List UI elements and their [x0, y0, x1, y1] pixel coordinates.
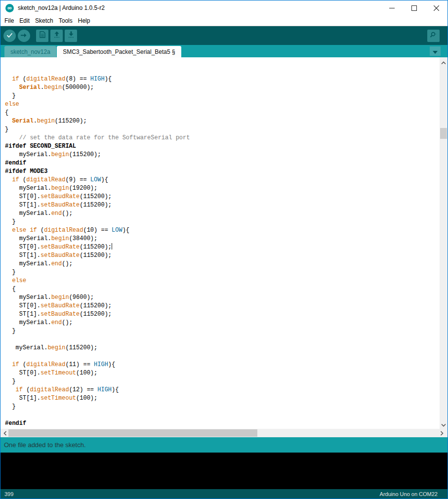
code-line: mySerial.begin(38400); [5, 235, 440, 243]
board-port-indicator: Arduino Uno on COM22 [380, 491, 438, 497]
open-button[interactable] [50, 30, 63, 42]
close-button[interactable] [425, 0, 448, 15]
code-line: ST[1].setBaudRate(115200); [5, 310, 440, 319]
magnifier-icon [430, 31, 437, 41]
code-line: mySerial.begin(115200); [5, 344, 440, 352]
menu-help[interactable]: Help [78, 17, 95, 24]
code-line: ST[1].setBaudRate(115200); [5, 201, 440, 209]
code-line: #ifdef MODE3 [5, 167, 440, 176]
menu-sketch[interactable]: Sketch [35, 17, 58, 24]
tab-label: SMC3_Sabertooth_Packet_Serial_Beta5 § [63, 48, 175, 55]
title-bar: ∞ sketch_nov12a | Arduino 1.0.5-r2 [0, 0, 448, 15]
close-icon [434, 5, 439, 11]
new-sketch-button[interactable] [36, 30, 48, 42]
code-line: mySerial.end(); [5, 209, 440, 218]
arrow-up-icon [54, 31, 60, 40]
horizontal-scroll-thumb[interactable] [8, 429, 257, 437]
chevron-left-icon [3, 429, 6, 438]
verify-button[interactable] [3, 30, 16, 42]
scroll-up-button[interactable] [440, 58, 448, 65]
code-line: } [5, 125, 440, 134]
minimize-button[interactable] [381, 0, 403, 15]
menu-tools[interactable]: Tools [59, 17, 77, 24]
code-line: mySerial.begin(9600); [5, 293, 440, 302]
scroll-left-button[interactable] [1, 429, 8, 437]
code-line: } [5, 377, 440, 386]
code-line [5, 411, 440, 419]
code-line: mySerial.begin(115200); [5, 151, 440, 159]
code-lines: if (digitalRead(8) == HIGH){ Serial.begi… [5, 75, 440, 429]
vertical-scroll-thumb[interactable] [440, 128, 447, 139]
code-line: #endif [5, 159, 440, 167]
scroll-right-button[interactable] [439, 429, 446, 437]
arrow-down-icon [68, 31, 74, 40]
footer-bar: 399 Arduino Uno on COM22 [0, 489, 448, 499]
maximize-button[interactable] [403, 0, 425, 15]
code-line: ST[0].setBaudRate(115200); [5, 193, 440, 201]
code-line: // set the data rate for the SoftwareSer… [5, 134, 440, 142]
tab-smc3-sabertooth[interactable]: SMC3_Sabertooth_Packet_Serial_Beta5 § [57, 46, 181, 57]
code-line: if (digitalRead(12) == HIGH){ [5, 386, 440, 394]
chevron-down-icon [441, 420, 446, 429]
code-line: } [5, 403, 440, 411]
code-line: mySerial.begin(19200); [5, 184, 440, 193]
editor-row: if (digitalRead(8) == HIGH){ Serial.begi… [0, 57, 448, 429]
code-line: else [5, 100, 440, 109]
window-title: sketch_nov12a | Arduino 1.0.5-r2 [18, 4, 105, 11]
check-icon [6, 31, 13, 40]
code-line: } [5, 268, 440, 277]
code-line: mySerial.end(); [5, 260, 440, 268]
code-line: ST[1].setBaudRate(115200); [5, 251, 440, 260]
code-line: ST[0].setBaudRate(115200); [5, 243, 440, 251]
code-line: #ifdef SECOND_SERIAL [5, 142, 440, 151]
code-line: Serial.begin(115200); [5, 117, 440, 125]
status-bar: One file added to the sketch. [0, 437, 448, 453]
serial-monitor-button[interactable] [427, 30, 440, 42]
window-controls [381, 0, 448, 15]
code-line: { [5, 109, 440, 117]
code-line: ST[0].setBaudRate(115200); [5, 302, 440, 310]
code-line: if (digitalRead(8) == HIGH){ [5, 75, 440, 83]
save-button[interactable] [65, 30, 77, 42]
code-line: else if (digitalRead(10) == LOW){ [5, 226, 440, 235]
document-icon [40, 31, 45, 40]
code-line: ST[0].setTimeout(100); [5, 369, 440, 377]
tab-bar: sketch_nov12a SMC3_Sabertooth_Packet_Ser… [0, 45, 448, 57]
code-line: #endif [5, 419, 440, 428]
code-line: } [5, 92, 440, 100]
code-line: ST[1].setTimeout(100); [5, 394, 440, 403]
arrow-right-icon [21, 31, 27, 40]
tab-label: sketch_nov12a [10, 48, 50, 55]
status-message: One file added to the sketch. [4, 441, 86, 449]
code-line: } [5, 218, 440, 226]
code-line [5, 352, 440, 361]
code-editor[interactable]: if (digitalRead(8) == HIGH){ Serial.begi… [0, 57, 440, 429]
vertical-scrollbar[interactable] [440, 57, 448, 429]
upload-button[interactable] [18, 30, 30, 42]
code-line: { [5, 285, 440, 293]
code-line: } [5, 327, 440, 335]
menu-edit[interactable]: Edit [19, 17, 34, 24]
line-number-indicator: 399 [4, 491, 13, 497]
code-line: if (digitalRead(9) == LOW){ [5, 176, 440, 184]
toolbar [0, 26, 448, 45]
text-caret [112, 243, 112, 250]
code-line: else [5, 277, 440, 285]
chevron-right-icon [441, 429, 444, 438]
minimize-icon [389, 5, 395, 11]
console-output [0, 453, 448, 489]
code-line: mySerial.end(); [5, 319, 440, 327]
horizontal-scrollbar[interactable] [0, 429, 448, 437]
chevron-down-icon [433, 47, 438, 56]
tab-sketch-nov12a[interactable]: sketch_nov12a [4, 46, 56, 57]
menu-bar: File Edit Sketch Tools Help [0, 15, 448, 26]
code-line [5, 335, 440, 344]
menu-file[interactable]: File [4, 17, 18, 24]
code-line: if (digitalRead(11) == HIGH){ [5, 361, 440, 369]
code-line: Serial.begin(500000); [5, 83, 440, 92]
maximize-icon [411, 5, 417, 11]
tab-dropdown-button[interactable] [430, 46, 441, 56]
arduino-logo-icon: ∞ [5, 4, 14, 12]
arduino-ide-window: ∞ sketch_nov12a | Arduino 1.0.5-r2 File … [0, 0, 448, 499]
scroll-down-button[interactable] [440, 421, 448, 428]
